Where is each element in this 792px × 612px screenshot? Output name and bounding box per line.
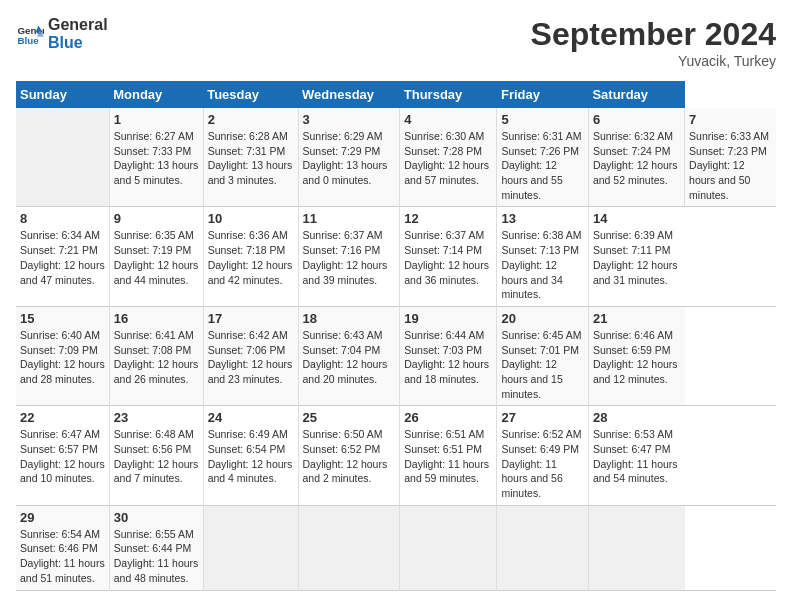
page-header: General Blue General Blue September 2024… (16, 16, 776, 69)
daylight-label: Daylight: 12 hours and 55 minutes. (501, 159, 562, 200)
calendar-week-row: 29 Sunrise: 6:54 AM Sunset: 6:46 PM Dayl… (16, 505, 776, 590)
header-row: SundayMondayTuesdayWednesdayThursdayFrid… (16, 81, 776, 108)
calendar-cell: 22 Sunrise: 6:47 AM Sunset: 6:57 PM Dayl… (16, 406, 109, 505)
calendar-week-row: 1 Sunrise: 6:27 AM Sunset: 7:33 PM Dayli… (16, 108, 776, 207)
sunrise-label: Sunrise: 6:55 AM (114, 528, 194, 540)
daylight-label: Daylight: 12 hours and 20 minutes. (303, 358, 388, 385)
day-info: Sunrise: 6:38 AM Sunset: 7:13 PM Dayligh… (501, 228, 583, 301)
day-info: Sunrise: 6:40 AM Sunset: 7:09 PM Dayligh… (20, 328, 105, 387)
daylight-label: Daylight: 12 hours and 47 minutes. (20, 259, 105, 286)
sunset-label: Sunset: 7:29 PM (303, 145, 381, 157)
daylight-label: Daylight: 11 hours and 51 minutes. (20, 557, 105, 584)
calendar-cell: 7 Sunrise: 6:33 AM Sunset: 7:23 PM Dayli… (685, 108, 776, 207)
sunset-label: Sunset: 6:44 PM (114, 542, 192, 554)
sunset-label: Sunset: 7:11 PM (593, 244, 671, 256)
calendar-cell (203, 505, 298, 590)
daylight-label: Daylight: 12 hours and 4 minutes. (208, 458, 293, 485)
sunset-label: Sunset: 6:51 PM (404, 443, 482, 455)
day-info: Sunrise: 6:54 AM Sunset: 6:46 PM Dayligh… (20, 527, 105, 586)
day-info: Sunrise: 6:36 AM Sunset: 7:18 PM Dayligh… (208, 228, 294, 287)
calendar-cell: 17 Sunrise: 6:42 AM Sunset: 7:06 PM Dayl… (203, 306, 298, 405)
sunset-label: Sunset: 7:13 PM (501, 244, 579, 256)
day-number: 4 (404, 112, 492, 127)
sunrise-label: Sunrise: 6:37 AM (303, 229, 383, 241)
day-number: 10 (208, 211, 294, 226)
calendar-cell (298, 505, 400, 590)
day-number: 2 (208, 112, 294, 127)
calendar-cell: 21 Sunrise: 6:46 AM Sunset: 6:59 PM Dayl… (588, 306, 684, 405)
sunrise-label: Sunrise: 6:54 AM (20, 528, 100, 540)
sunrise-label: Sunrise: 6:27 AM (114, 130, 194, 142)
calendar-cell: 16 Sunrise: 6:41 AM Sunset: 7:08 PM Dayl… (109, 306, 203, 405)
daylight-label: Daylight: 12 hours and 57 minutes. (404, 159, 489, 186)
daylight-label: Daylight: 12 hours and 50 minutes. (689, 159, 750, 200)
daylight-label: Daylight: 12 hours and 26 minutes. (114, 358, 199, 385)
day-number: 9 (114, 211, 199, 226)
calendar-cell: 19 Sunrise: 6:44 AM Sunset: 7:03 PM Dayl… (400, 306, 497, 405)
logo-line2: Blue (48, 34, 108, 52)
calendar-week-row: 8 Sunrise: 6:34 AM Sunset: 7:21 PM Dayli… (16, 207, 776, 306)
day-number: 21 (593, 311, 681, 326)
day-info: Sunrise: 6:29 AM Sunset: 7:29 PM Dayligh… (303, 129, 396, 188)
day-info: Sunrise: 6:55 AM Sunset: 6:44 PM Dayligh… (114, 527, 199, 586)
svg-text:Blue: Blue (17, 34, 39, 45)
day-info: Sunrise: 6:39 AM Sunset: 7:11 PM Dayligh… (593, 228, 681, 287)
daylight-label: Daylight: 13 hours and 0 minutes. (303, 159, 388, 186)
sunset-label: Sunset: 6:46 PM (20, 542, 98, 554)
header-day: Wednesday (298, 81, 400, 108)
sunset-label: Sunset: 7:01 PM (501, 344, 579, 356)
sunrise-label: Sunrise: 6:42 AM (208, 329, 288, 341)
calendar-cell (16, 108, 109, 207)
day-number: 15 (20, 311, 105, 326)
calendar-cell: 14 Sunrise: 6:39 AM Sunset: 7:11 PM Dayl… (588, 207, 684, 306)
logo-line1: General (48, 16, 108, 34)
sunrise-label: Sunrise: 6:44 AM (404, 329, 484, 341)
day-number: 12 (404, 211, 492, 226)
day-info: Sunrise: 6:42 AM Sunset: 7:06 PM Dayligh… (208, 328, 294, 387)
sunrise-label: Sunrise: 6:43 AM (303, 329, 383, 341)
header-day: Saturday (588, 81, 684, 108)
daylight-label: Daylight: 12 hours and 2 minutes. (303, 458, 388, 485)
sunset-label: Sunset: 7:04 PM (303, 344, 381, 356)
header-day: Sunday (16, 81, 109, 108)
sunrise-label: Sunrise: 6:39 AM (593, 229, 673, 241)
day-number: 16 (114, 311, 199, 326)
sunrise-label: Sunrise: 6:28 AM (208, 130, 288, 142)
sunrise-label: Sunrise: 6:30 AM (404, 130, 484, 142)
day-info: Sunrise: 6:35 AM Sunset: 7:19 PM Dayligh… (114, 228, 199, 287)
calendar-cell: 28 Sunrise: 6:53 AM Sunset: 6:47 PM Dayl… (588, 406, 684, 505)
day-info: Sunrise: 6:48 AM Sunset: 6:56 PM Dayligh… (114, 427, 199, 486)
daylight-label: Daylight: 12 hours and 39 minutes. (303, 259, 388, 286)
daylight-label: Daylight: 12 hours and 12 minutes. (593, 358, 678, 385)
day-number: 26 (404, 410, 492, 425)
day-info: Sunrise: 6:34 AM Sunset: 7:21 PM Dayligh… (20, 228, 105, 287)
day-number: 18 (303, 311, 396, 326)
daylight-label: Daylight: 12 hours and 34 minutes. (501, 259, 562, 300)
daylight-label: Daylight: 12 hours and 18 minutes. (404, 358, 489, 385)
sunrise-label: Sunrise: 6:51 AM (404, 428, 484, 440)
day-number: 24 (208, 410, 294, 425)
calendar-cell: 3 Sunrise: 6:29 AM Sunset: 7:29 PM Dayli… (298, 108, 400, 207)
daylight-label: Daylight: 12 hours and 42 minutes. (208, 259, 293, 286)
sunset-label: Sunset: 7:08 PM (114, 344, 192, 356)
day-number: 30 (114, 510, 199, 525)
day-info: Sunrise: 6:28 AM Sunset: 7:31 PM Dayligh… (208, 129, 294, 188)
calendar-cell: 10 Sunrise: 6:36 AM Sunset: 7:18 PM Dayl… (203, 207, 298, 306)
calendar-cell (400, 505, 497, 590)
calendar-cell: 27 Sunrise: 6:52 AM Sunset: 6:49 PM Dayl… (497, 406, 588, 505)
sunset-label: Sunset: 7:31 PM (208, 145, 286, 157)
day-number: 5 (501, 112, 583, 127)
title-section: September 2024 Yuvacik, Turkey (531, 16, 776, 69)
month-title: September 2024 (531, 16, 776, 53)
sunrise-label: Sunrise: 6:31 AM (501, 130, 581, 142)
header-day: Friday (497, 81, 588, 108)
sunset-label: Sunset: 7:23 PM (689, 145, 767, 157)
sunrise-label: Sunrise: 6:41 AM (114, 329, 194, 341)
calendar-cell: 20 Sunrise: 6:45 AM Sunset: 7:01 PM Dayl… (497, 306, 588, 405)
day-number: 27 (501, 410, 583, 425)
daylight-label: Daylight: 12 hours and 36 minutes. (404, 259, 489, 286)
daylight-label: Daylight: 12 hours and 7 minutes. (114, 458, 199, 485)
day-info: Sunrise: 6:47 AM Sunset: 6:57 PM Dayligh… (20, 427, 105, 486)
sunset-label: Sunset: 7:33 PM (114, 145, 192, 157)
sunset-label: Sunset: 6:59 PM (593, 344, 671, 356)
